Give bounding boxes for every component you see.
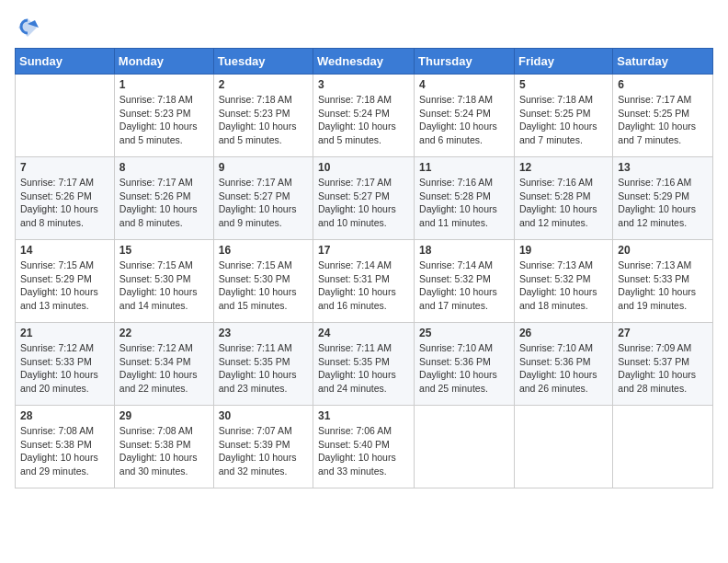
day-number: 18 — [419, 244, 509, 257]
calendar-cell: 28Sunrise: 7:08 AM Sunset: 5:38 PM Dayli… — [16, 406, 115, 488]
day-number: 9 — [219, 161, 308, 174]
day-number: 20 — [618, 244, 708, 257]
calendar-cell — [16, 75, 115, 157]
day-info: Sunrise: 7:14 AM Sunset: 5:32 PM Dayligh… — [419, 259, 509, 313]
day-info: Sunrise: 7:16 AM Sunset: 5:28 PM Dayligh… — [419, 176, 509, 230]
day-info: Sunrise: 7:06 AM Sunset: 5:40 PM Dayligh… — [318, 424, 409, 478]
header-day-wednesday: Wednesday — [313, 49, 415, 75]
calendar-cell: 18Sunrise: 7:14 AM Sunset: 5:32 PM Dayli… — [415, 240, 515, 323]
day-number: 7 — [20, 161, 109, 174]
day-number: 3 — [318, 78, 409, 91]
calendar-cell: 26Sunrise: 7:10 AM Sunset: 5:36 PM Dayli… — [514, 323, 612, 406]
calendar-week-3: 14Sunrise: 7:15 AM Sunset: 5:29 PM Dayli… — [16, 240, 713, 323]
calendar-cell: 31Sunrise: 7:06 AM Sunset: 5:40 PM Dayli… — [313, 406, 415, 488]
day-number: 21 — [20, 327, 109, 339]
calendar-cell: 29Sunrise: 7:08 AM Sunset: 5:38 PM Dayli… — [114, 406, 213, 488]
day-number: 15 — [119, 244, 209, 257]
calendar-cell: 19Sunrise: 7:13 AM Sunset: 5:32 PM Dayli… — [514, 240, 612, 323]
calendar-cell: 25Sunrise: 7:10 AM Sunset: 5:36 PM Dayli… — [415, 323, 515, 406]
logo-icon — [15, 15, 40, 40]
calendar-cell: 2Sunrise: 7:18 AM Sunset: 5:23 PM Daylig… — [213, 75, 313, 157]
calendar-cell: 9Sunrise: 7:17 AM Sunset: 5:27 PM Daylig… — [213, 157, 313, 240]
calendar-cell: 27Sunrise: 7:09 AM Sunset: 5:37 PM Dayli… — [613, 323, 713, 406]
day-number: 4 — [419, 78, 509, 91]
day-number: 8 — [119, 161, 209, 174]
page-header — [15, 15, 713, 40]
header-day-sunday: Sunday — [16, 49, 115, 75]
day-info: Sunrise: 7:07 AM Sunset: 5:39 PM Dayligh… — [219, 424, 308, 478]
header-day-monday: Monday — [114, 49, 213, 75]
calendar-cell: 16Sunrise: 7:15 AM Sunset: 5:30 PM Dayli… — [213, 240, 313, 323]
day-info: Sunrise: 7:17 AM Sunset: 5:27 PM Dayligh… — [318, 176, 409, 230]
day-info: Sunrise: 7:13 AM Sunset: 5:33 PM Dayligh… — [618, 259, 708, 313]
day-number: 26 — [519, 327, 608, 339]
calendar-week-2: 7Sunrise: 7:17 AM Sunset: 5:26 PM Daylig… — [16, 157, 713, 240]
header-day-thursday: Thursday — [415, 49, 515, 75]
header-day-friday: Friday — [514, 49, 612, 75]
day-info: Sunrise: 7:15 AM Sunset: 5:30 PM Dayligh… — [119, 259, 209, 313]
day-number: 29 — [119, 409, 209, 422]
calendar-cell: 8Sunrise: 7:17 AM Sunset: 5:26 PM Daylig… — [114, 157, 213, 240]
day-info: Sunrise: 7:18 AM Sunset: 5:23 PM Dayligh… — [219, 93, 308, 147]
calendar-cell: 22Sunrise: 7:12 AM Sunset: 5:34 PM Dayli… — [114, 323, 213, 406]
day-number: 14 — [20, 244, 109, 257]
day-info: Sunrise: 7:13 AM Sunset: 5:32 PM Dayligh… — [519, 259, 608, 313]
day-number: 19 — [519, 244, 608, 257]
calendar-cell: 6Sunrise: 7:17 AM Sunset: 5:25 PM Daylig… — [613, 75, 713, 157]
day-number: 31 — [318, 409, 409, 422]
day-number: 12 — [519, 161, 608, 174]
calendar-cell: 7Sunrise: 7:17 AM Sunset: 5:26 PM Daylig… — [16, 157, 115, 240]
day-info: Sunrise: 7:11 AM Sunset: 5:35 PM Dayligh… — [219, 341, 308, 396]
day-number: 5 — [519, 78, 608, 91]
day-info: Sunrise: 7:17 AM Sunset: 5:27 PM Dayligh… — [219, 176, 308, 230]
day-info: Sunrise: 7:17 AM Sunset: 5:25 PM Dayligh… — [618, 93, 708, 147]
calendar-cell: 14Sunrise: 7:15 AM Sunset: 5:29 PM Dayli… — [16, 240, 115, 323]
day-info: Sunrise: 7:12 AM Sunset: 5:33 PM Dayligh… — [20, 341, 109, 396]
day-number: 10 — [318, 161, 409, 174]
calendar-cell — [613, 406, 713, 488]
calendar-body: 1Sunrise: 7:18 AM Sunset: 5:23 PM Daylig… — [16, 75, 713, 488]
day-number: 16 — [219, 244, 308, 257]
day-info: Sunrise: 7:08 AM Sunset: 5:38 PM Dayligh… — [20, 424, 109, 478]
calendar-cell: 20Sunrise: 7:13 AM Sunset: 5:33 PM Dayli… — [613, 240, 713, 323]
day-info: Sunrise: 7:08 AM Sunset: 5:38 PM Dayligh… — [119, 424, 209, 478]
header-day-tuesday: Tuesday — [213, 49, 313, 75]
day-number: 13 — [618, 161, 708, 174]
day-info: Sunrise: 7:12 AM Sunset: 5:34 PM Dayligh… — [119, 341, 209, 396]
logo — [15, 15, 44, 40]
day-info: Sunrise: 7:10 AM Sunset: 5:36 PM Dayligh… — [519, 341, 608, 396]
day-info: Sunrise: 7:18 AM Sunset: 5:23 PM Dayligh… — [119, 93, 209, 147]
calendar-cell: 23Sunrise: 7:11 AM Sunset: 5:35 PM Dayli… — [213, 323, 313, 406]
calendar-table: SundayMondayTuesdayWednesdayThursdayFrid… — [15, 48, 713, 488]
day-number: 6 — [618, 78, 708, 91]
day-info: Sunrise: 7:09 AM Sunset: 5:37 PM Dayligh… — [618, 341, 708, 396]
calendar-week-4: 21Sunrise: 7:12 AM Sunset: 5:33 PM Dayli… — [16, 323, 713, 406]
calendar-cell: 4Sunrise: 7:18 AM Sunset: 5:24 PM Daylig… — [415, 75, 515, 157]
day-info: Sunrise: 7:18 AM Sunset: 5:24 PM Dayligh… — [419, 93, 509, 147]
calendar-cell: 12Sunrise: 7:16 AM Sunset: 5:28 PM Dayli… — [514, 157, 612, 240]
day-info: Sunrise: 7:16 AM Sunset: 5:29 PM Dayligh… — [618, 176, 708, 230]
day-info: Sunrise: 7:17 AM Sunset: 5:26 PM Dayligh… — [20, 176, 109, 230]
calendar-cell: 1Sunrise: 7:18 AM Sunset: 5:23 PM Daylig… — [114, 75, 213, 157]
calendar-week-5: 28Sunrise: 7:08 AM Sunset: 5:38 PM Dayli… — [16, 406, 713, 488]
day-number: 11 — [419, 161, 509, 174]
day-info: Sunrise: 7:15 AM Sunset: 5:30 PM Dayligh… — [219, 259, 308, 313]
day-info: Sunrise: 7:15 AM Sunset: 5:29 PM Dayligh… — [20, 259, 109, 313]
day-info: Sunrise: 7:17 AM Sunset: 5:26 PM Dayligh… — [119, 176, 209, 230]
calendar-cell: 15Sunrise: 7:15 AM Sunset: 5:30 PM Dayli… — [114, 240, 213, 323]
calendar-cell: 11Sunrise: 7:16 AM Sunset: 5:28 PM Dayli… — [415, 157, 515, 240]
calendar-cell: 5Sunrise: 7:18 AM Sunset: 5:25 PM Daylig… — [514, 75, 612, 157]
header-row: SundayMondayTuesdayWednesdayThursdayFrid… — [16, 49, 713, 75]
day-number: 2 — [219, 78, 308, 91]
calendar-cell: 30Sunrise: 7:07 AM Sunset: 5:39 PM Dayli… — [213, 406, 313, 488]
calendar-cell — [514, 406, 612, 488]
day-info: Sunrise: 7:11 AM Sunset: 5:35 PM Dayligh… — [318, 341, 409, 396]
day-number: 23 — [219, 327, 308, 339]
calendar-cell: 24Sunrise: 7:11 AM Sunset: 5:35 PM Dayli… — [313, 323, 415, 406]
calendar-cell: 17Sunrise: 7:14 AM Sunset: 5:31 PM Dayli… — [313, 240, 415, 323]
day-info: Sunrise: 7:14 AM Sunset: 5:31 PM Dayligh… — [318, 259, 409, 313]
day-number: 28 — [20, 409, 109, 422]
calendar-cell: 13Sunrise: 7:16 AM Sunset: 5:29 PM Dayli… — [613, 157, 713, 240]
day-number: 24 — [318, 327, 409, 339]
day-number: 1 — [119, 78, 209, 91]
